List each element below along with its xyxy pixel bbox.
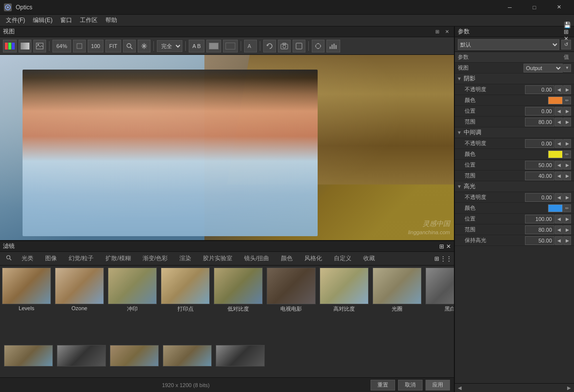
channel-rgb-button[interactable] bbox=[3, 40, 17, 52]
params-section-shadow[interactable]: ▼ 阴影 bbox=[455, 74, 574, 84]
filter-tab-light[interactable]: 光类 bbox=[16, 252, 39, 265]
shadow-range-decrement[interactable]: ◀ bbox=[555, 118, 563, 126]
filter-item-r2-4[interactable] bbox=[214, 343, 267, 375]
filter-tab-image[interactable]: 图像 bbox=[39, 252, 63, 265]
filter-item-dots[interactable]: 打印点 bbox=[159, 266, 212, 342]
close-button[interactable]: ✕ bbox=[548, 0, 570, 15]
midtones-opacity-decrement[interactable]: ◀ bbox=[555, 139, 563, 148]
shadow-opacity-increment[interactable]: ▶ bbox=[563, 85, 571, 94]
filter-item-r2-1[interactable] bbox=[55, 343, 108, 375]
shadow-position-increment[interactable]: ▶ bbox=[563, 107, 571, 116]
rotate-button[interactable] bbox=[263, 40, 276, 52]
midtones-range-decrement[interactable]: ◀ bbox=[555, 172, 563, 180]
menu-help[interactable]: 帮助 bbox=[101, 15, 121, 25]
maximize-button[interactable]: □ bbox=[523, 0, 546, 15]
image-view-button[interactable] bbox=[33, 40, 46, 52]
midtones-range-value[interactable]: 40.00 bbox=[525, 172, 554, 180]
zoom-actual-button[interactable] bbox=[73, 40, 86, 52]
params-section-highlights[interactable]: ▼ 高光 bbox=[455, 181, 574, 192]
highlights-range-decrement[interactable]: ◀ bbox=[555, 225, 563, 234]
filter-item-tv[interactable]: 电视电影 bbox=[265, 266, 318, 342]
pan-tool-button[interactable] bbox=[138, 40, 150, 52]
label-a-button[interactable]: A bbox=[244, 40, 257, 52]
highlights-keep-increment[interactable]: ▶ bbox=[563, 236, 571, 245]
shadow-position-value[interactable]: 0.00 bbox=[525, 107, 554, 116]
filter-tab-fantasy[interactable]: 幻觉/粒子 bbox=[63, 252, 100, 265]
crosshair-button[interactable] bbox=[312, 40, 324, 52]
filter-close-icon[interactable]: ✕ bbox=[446, 243, 451, 250]
view-mode-select[interactable]: 完全 bbox=[157, 40, 182, 52]
filter-item-r2-2[interactable] bbox=[108, 343, 161, 375]
background-color-button[interactable] bbox=[206, 40, 221, 52]
highlights-color-swatch[interactable] bbox=[548, 204, 563, 212]
reset-button[interactable]: 重置 bbox=[371, 380, 395, 391]
filter-more-icon[interactable]: ⋮⋮ bbox=[440, 255, 452, 262]
highlights-range-increment[interactable]: ▶ bbox=[563, 225, 571, 234]
minimize-button[interactable]: ─ bbox=[499, 0, 521, 15]
zoom-fit-button[interactable]: FIT bbox=[105, 40, 121, 52]
midtones-opacity-value[interactable]: 0.00 bbox=[525, 139, 554, 148]
midtones-color-edit-icon[interactable]: ✏ bbox=[563, 150, 571, 158]
shadow-color-edit-icon[interactable]: ✏ bbox=[563, 97, 571, 104]
filter-tab-style[interactable]: 风格化 bbox=[299, 252, 328, 265]
highlights-opacity-value[interactable]: 0.00 bbox=[525, 193, 554, 202]
view-close-icon[interactable]: ✕ bbox=[443, 28, 451, 36]
menu-file[interactable]: 文件(F) bbox=[2, 15, 29, 25]
menu-workspace[interactable]: 工作区 bbox=[76, 15, 101, 25]
filter-item-bw[interactable]: 黑白 bbox=[424, 266, 454, 342]
shadow-opacity-decrement[interactable]: ◀ bbox=[555, 85, 563, 94]
midtones-position-increment[interactable]: ▶ bbox=[563, 161, 571, 170]
params-expand-icon[interactable]: ⊞ bbox=[564, 28, 571, 35]
midtones-color-swatch[interactable] bbox=[548, 150, 563, 158]
filter-item-levels[interactable]: Levels bbox=[0, 266, 53, 342]
zoom-value-display[interactable]: 64% bbox=[52, 40, 71, 52]
menu-edit[interactable]: 编辑(E) bbox=[29, 15, 56, 25]
filter-item-low[interactable]: 低对比度 bbox=[212, 266, 265, 342]
highlights-position-value[interactable]: 100.00 bbox=[525, 215, 554, 223]
filter-item-r2-0[interactable] bbox=[2, 343, 55, 375]
filter-tab-favorites[interactable]: 收藏 bbox=[357, 252, 381, 265]
filter-item-print[interactable]: 冲印 bbox=[106, 266, 159, 342]
filter-tab-custom[interactable]: 自定义 bbox=[328, 252, 357, 265]
channel-gray-button[interactable] bbox=[19, 40, 31, 52]
cancel-button[interactable]: 取消 bbox=[398, 380, 423, 391]
shadow-range-value[interactable]: 80.00 bbox=[525, 118, 554, 126]
highlights-opacity-increment[interactable]: ▶ bbox=[563, 193, 571, 202]
view-expand-icon[interactable]: ⊞ bbox=[433, 28, 441, 36]
filter-item-r2-3[interactable] bbox=[161, 343, 214, 375]
filter-item-aperture[interactable]: 光圈 bbox=[371, 266, 424, 342]
highlights-range-value[interactable]: 80.00 bbox=[525, 225, 554, 234]
apply-button[interactable]: 应用 bbox=[425, 380, 450, 391]
params-preset-select[interactable]: 默认 bbox=[458, 39, 559, 50]
params-scroll-left-icon[interactable]: ◀ bbox=[457, 385, 463, 391]
filter-tab-color[interactable]: 颜色 bbox=[275, 252, 299, 265]
menu-window[interactable]: 窗口 bbox=[56, 15, 76, 25]
midtones-position-value[interactable]: 50.00 bbox=[525, 161, 554, 170]
zoom-100-button[interactable]: 100 bbox=[88, 40, 103, 52]
filter-tab-lens[interactable]: 镜头/扭曲 bbox=[238, 252, 275, 265]
filter-tab-diffuse[interactable]: 扩散/模糊 bbox=[100, 252, 136, 265]
params-save-icon[interactable]: 💾 bbox=[564, 22, 571, 28]
settings-button[interactable] bbox=[293, 40, 305, 52]
filter-tab-film[interactable]: 胶片实验室 bbox=[197, 252, 238, 265]
highlights-opacity-decrement[interactable]: ◀ bbox=[555, 193, 563, 202]
filter-item-ozone[interactable]: Ozone bbox=[53, 266, 106, 342]
filter-item-high[interactable]: 高对比度 bbox=[318, 266, 371, 342]
highlights-position-decrement[interactable]: ◀ bbox=[555, 215, 563, 223]
shadow-range-increment[interactable]: ▶ bbox=[563, 118, 571, 126]
filter-grid-icon[interactable]: ⊞ bbox=[434, 255, 439, 262]
params-reset-icon[interactable]: ↺ bbox=[561, 40, 571, 49]
shadow-color-swatch[interactable] bbox=[548, 97, 563, 104]
zoom-tool-button[interactable] bbox=[123, 40, 136, 52]
highlights-position-increment[interactable]: ▶ bbox=[563, 215, 571, 223]
filter-tab-render[interactable]: 渲染 bbox=[174, 252, 197, 265]
highlights-keep-value[interactable]: 50.00 bbox=[525, 236, 554, 245]
params-view-chevron[interactable]: ▼ bbox=[563, 64, 571, 72]
highlights-color-edit-icon[interactable]: ✏ bbox=[563, 204, 571, 212]
filter-tab-gradient[interactable]: 渐变/色彩 bbox=[137, 252, 174, 265]
highlights-keep-decrement[interactable]: ◀ bbox=[555, 236, 563, 245]
midtones-range-increment[interactable]: ▶ bbox=[563, 172, 571, 180]
params-section-midtones[interactable]: ▼ 中间调 bbox=[455, 127, 574, 138]
midtones-position-decrement[interactable]: ◀ bbox=[555, 161, 563, 170]
shadow-position-decrement[interactable]: ◀ bbox=[555, 107, 563, 116]
